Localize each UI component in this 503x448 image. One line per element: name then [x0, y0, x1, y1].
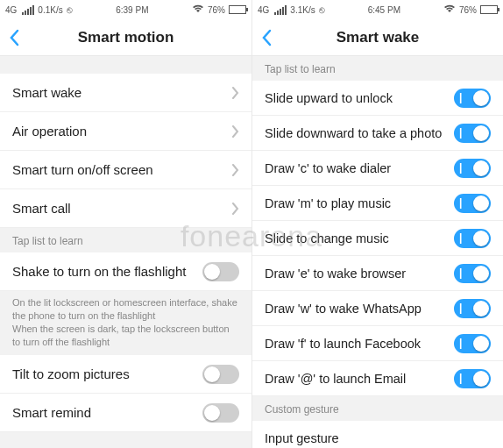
row-label: Slide downward to take a photo [265, 126, 454, 140]
page-title: Smart wake [337, 29, 420, 46]
back-button[interactable] [261, 29, 272, 46]
section-header-custom: Custom gesture [252, 396, 503, 421]
clock: 6:45 PM [368, 5, 400, 15]
section-header-tap-learn: Tap list to learn [252, 56, 503, 81]
row-label: Draw '@' to launch Email [265, 372, 454, 386]
screen-smart-wake: 4G 3.1K/s ⎋ 6:45 PM 76% Smart wake Tap l… [252, 0, 503, 448]
toggle-row-slide-to-change-music[interactable]: Slide to change music| [252, 221, 503, 256]
chevron-right-icon [231, 164, 239, 176]
flashlight-desc: On the lit lockscreen or homescreen inte… [0, 291, 252, 355]
toggle-row-draw-e-to-wake-browser[interactable]: Draw 'e' to wake browser| [252, 256, 503, 291]
row-label: Draw 'c' to wake dialer [265, 161, 454, 175]
toggle-switch[interactable] [202, 365, 239, 384]
battery-icon [480, 5, 498, 14]
network-label: 4G [258, 5, 269, 15]
toggle-row-smart-remind[interactable]: Smart remind [0, 394, 252, 432]
battery-percent: 76% [208, 5, 225, 15]
usb-icon: ⎋ [67, 4, 73, 15]
section-gap [0, 56, 252, 74]
toggle-switch[interactable]: | [454, 124, 491, 143]
toggle-row-slide-upward-to-unlock[interactable]: Slide upward to unlock| [252, 81, 503, 116]
row-label: Input gesture [265, 431, 491, 445]
row-label: Slide to change music [265, 231, 454, 245]
section-header-tap-learn: Tap list to learn [0, 228, 252, 252]
back-button[interactable] [9, 29, 19, 46]
toggle-switch[interactable]: | [454, 369, 491, 388]
status-bar: 4G 0.1K/s ⎋ 6:39 PM 76% [0, 0, 252, 19]
row-label: Draw 'm' to play music [265, 196, 454, 210]
row-label: Tilt to zoom pictures [12, 366, 202, 381]
signal-icon [274, 5, 287, 15]
page-title: Smart motion [78, 29, 174, 46]
toggle-switch[interactable]: | [454, 229, 491, 248]
toggle-switch[interactable] [202, 403, 239, 423]
signal-icon [22, 5, 34, 15]
input-gesture-row[interactable]: Input gesture [252, 421, 503, 448]
toggle-row-draw-to-launch-email[interactable]: Draw '@' to launch Email| [252, 361, 503, 396]
toggle-row-draw-w-to-wake-whatsapp[interactable]: Draw 'w' to wake WhatsApp| [252, 291, 503, 326]
row-label: Smart turn on/off screen [12, 162, 231, 177]
toggle-switch[interactable] [202, 262, 239, 281]
row-label: Smart wake [12, 85, 231, 100]
clock: 6:39 PM [116, 5, 148, 15]
toggle-row-shake-to-turn-on-the-flashlight[interactable]: Shake to turn on the flashlight [0, 252, 252, 291]
row-label: Draw 'f' to launch Facebook [265, 337, 454, 351]
toggle-switch[interactable]: | [454, 299, 491, 318]
network-label: 4G [5, 5, 17, 15]
toggle-row-slide-downward-to-take-a-photo[interactable]: Slide downward to take a photo| [252, 116, 503, 151]
battery-percent: 76% [459, 5, 477, 15]
toggle-row-draw-c-to-wake-dialer[interactable]: Draw 'c' to wake dialer| [252, 151, 503, 186]
status-bar: 4G 3.1K/s ⎋ 6:45 PM 76% [252, 0, 503, 19]
toggle-row-tilt-to-zoom-pictures[interactable]: Tilt to zoom pictures [0, 355, 252, 394]
wifi-icon [443, 4, 456, 15]
nav-row-air-operation[interactable]: Air operation [0, 112, 252, 151]
nav-row-smart-wake[interactable]: Smart wake [0, 74, 252, 112]
toggle-row-draw-f-to-launch-facebook[interactable]: Draw 'f' to launch Facebook| [252, 326, 503, 361]
chevron-right-icon [231, 203, 239, 215]
toggle-switch[interactable]: | [454, 89, 491, 108]
row-label: Shake to turn on the flashlight [12, 264, 202, 279]
row-label: Smart call [12, 201, 231, 216]
wifi-icon [192, 4, 204, 15]
row-label: Draw 'e' to wake browser [265, 267, 454, 281]
row-label: Air operation [12, 124, 231, 139]
toggle-switch[interactable]: | [454, 264, 491, 283]
row-label: Slide upward to unlock [265, 91, 454, 105]
header: Smart motion [0, 19, 252, 56]
screen-smart-motion: 4G 0.1K/s ⎋ 6:39 PM 76% Smart motion Sma… [0, 0, 252, 448]
battery-icon [229, 5, 246, 14]
data-speed: 3.1K/s [290, 5, 315, 15]
toggle-row-draw-m-to-play-music[interactable]: Draw 'm' to play music| [252, 186, 503, 221]
toggle-switch[interactable]: | [454, 334, 491, 353]
nav-row-smart-turn-on-off-screen[interactable]: Smart turn on/off screen [0, 151, 252, 189]
chevron-right-icon [231, 87, 239, 99]
toggle-switch[interactable]: | [454, 159, 491, 178]
toggle-switch[interactable]: | [454, 194, 491, 213]
chevron-right-icon [231, 125, 239, 138]
data-speed: 0.1K/s [38, 5, 62, 15]
usb-icon: ⎋ [319, 4, 325, 15]
row-label: Smart remind [12, 405, 202, 420]
row-label: Draw 'w' to wake WhatsApp [265, 302, 454, 316]
header: Smart wake [252, 19, 503, 56]
nav-row-smart-call[interactable]: Smart call [0, 189, 252, 228]
section-gap [0, 432, 252, 448]
